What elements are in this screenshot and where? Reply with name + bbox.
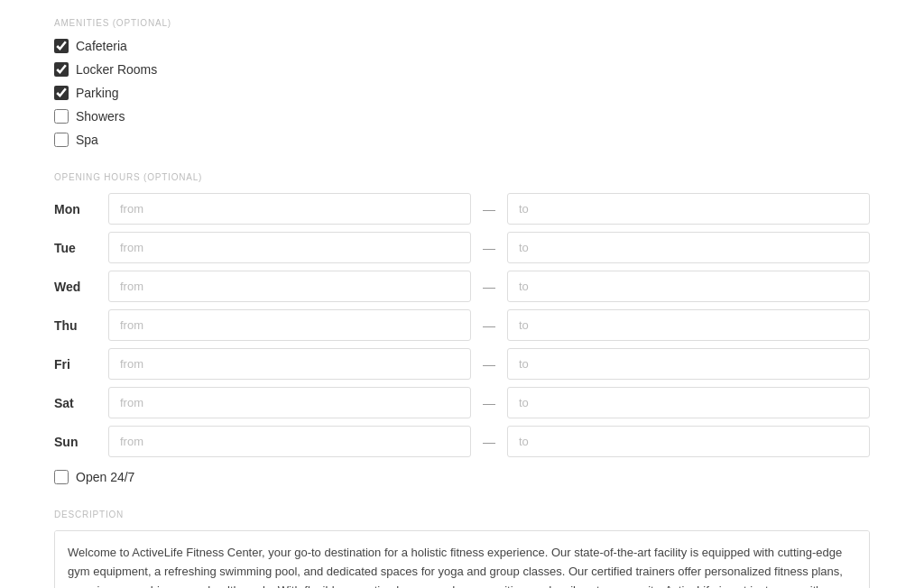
amenity-locker-rooms-row: Locker Rooms [54, 62, 870, 77]
description-textarea[interactable]: Welcome to ActiveLife Fitness Center, yo… [54, 530, 870, 588]
description-section: DESCRIPTION Welcome to ActiveLife Fitnes… [54, 510, 870, 588]
dash-sat: — [471, 396, 507, 410]
hours-to-fri[interactable] [507, 348, 870, 380]
hours-from-sun[interactable] [108, 426, 471, 457]
dash-sun: — [471, 435, 507, 449]
dash-fri: — [471, 357, 507, 372]
opening-hours-section: OPENING HOURS (OPTIONAL) Mon — Tue — Wed… [54, 172, 870, 484]
amenity-cafeteria-row: Cafeteria [54, 39, 870, 53]
open-247-row: Open 24/7 [54, 470, 870, 484]
amenity-showers-checkbox[interactable] [54, 109, 69, 124]
hours-to-wed[interactable] [507, 271, 870, 302]
amenity-cafeteria-label: Cafeteria [76, 39, 127, 53]
hours-to-sat[interactable] [507, 387, 870, 418]
hours-to-sun[interactable] [507, 426, 870, 457]
hours-row-fri: Fri — [54, 348, 870, 380]
dash-mon: — [471, 202, 507, 216]
hours-row-sun: Sun — [54, 426, 870, 457]
amenity-spa-row: Spa [54, 133, 870, 147]
hours-row-mon: Mon — [54, 193, 870, 225]
day-label-sat: Sat [54, 396, 108, 410]
hours-from-mon[interactable] [108, 193, 471, 225]
hours-from-thu[interactable] [108, 309, 471, 341]
hours-to-mon[interactable] [507, 193, 870, 225]
day-label-mon: Mon [54, 202, 108, 216]
dash-thu: — [471, 318, 507, 333]
amenity-spa-checkbox[interactable] [54, 133, 69, 147]
hours-from-wed[interactable] [108, 271, 471, 302]
hours-row-tue: Tue — [54, 232, 870, 263]
hours-to-thu[interactable] [507, 309, 870, 341]
hours-row-sat: Sat — [54, 387, 870, 418]
amenity-cafeteria-checkbox[interactable] [54, 39, 69, 53]
hours-from-sat[interactable] [108, 387, 471, 418]
day-label-sun: Sun [54, 435, 108, 449]
description-label: DESCRIPTION [54, 510, 870, 519]
open-247-label: Open 24/7 [76, 470, 134, 484]
day-label-tue: Tue [54, 241, 108, 255]
day-label-fri: Fri [54, 357, 108, 372]
dash-wed: — [471, 280, 507, 294]
hours-row-wed: Wed — [54, 271, 870, 302]
amenity-parking-row: Parking [54, 86, 870, 100]
amenities-section: AMENITIES (OPTIONAL) Cafeteria Locker Ro… [54, 18, 870, 147]
amenity-spa-label: Spa [76, 133, 98, 147]
hours-to-tue[interactable] [507, 232, 870, 263]
hours-from-fri[interactable] [108, 348, 471, 380]
amenity-parking-checkbox[interactable] [54, 86, 69, 100]
amenity-locker-rooms-label: Locker Rooms [76, 62, 157, 77]
amenity-showers-row: Showers [54, 109, 870, 124]
open-247-checkbox[interactable] [54, 470, 69, 484]
day-label-thu: Thu [54, 318, 108, 333]
dash-tue: — [471, 241, 507, 255]
day-label-wed: Wed [54, 280, 108, 294]
hours-from-tue[interactable] [108, 232, 471, 263]
opening-hours-label: OPENING HOURS (OPTIONAL) [54, 172, 870, 182]
amenity-showers-label: Showers [76, 109, 125, 124]
amenity-parking-label: Parking [76, 86, 118, 100]
amenities-label: AMENITIES (OPTIONAL) [54, 18, 870, 28]
hours-row-thu: Thu — [54, 309, 870, 341]
amenity-locker-rooms-checkbox[interactable] [54, 62, 69, 77]
